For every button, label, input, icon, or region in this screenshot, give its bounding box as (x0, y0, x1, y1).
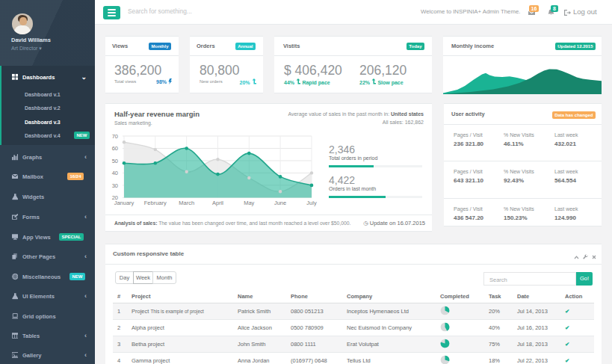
svg-text:July: July (306, 200, 317, 206)
svg-text:April: April (212, 200, 223, 206)
svg-text:50: 50 (112, 158, 118, 164)
svg-text:40: 40 (112, 170, 118, 176)
svg-text:January: January (114, 200, 135, 206)
svg-text:May: May (244, 200, 254, 206)
svg-text:30: 30 (112, 182, 118, 189)
svg-text:70: 70 (112, 133, 118, 140)
svg-text:June: June (274, 200, 286, 206)
svg-text:February: February (144, 200, 167, 206)
svg-text:60: 60 (112, 145, 118, 152)
svg-text:March: March (179, 200, 194, 206)
